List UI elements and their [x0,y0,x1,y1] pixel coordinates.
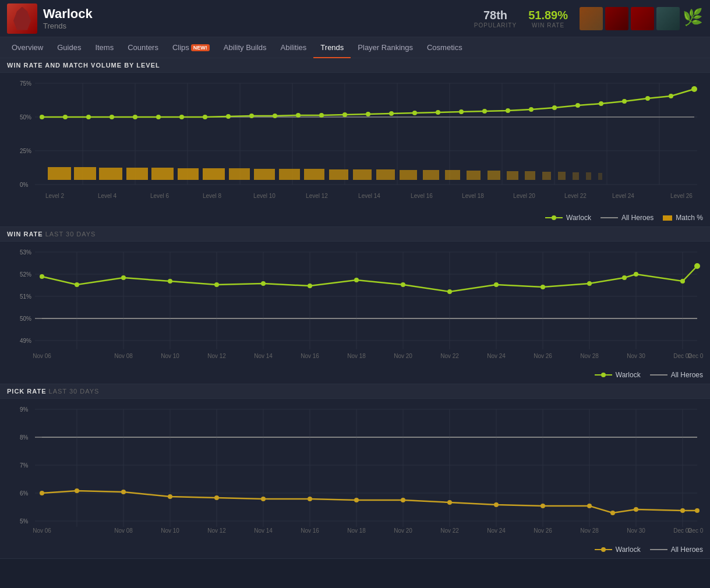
legend3-warlock: Warlock [595,546,641,554]
chart2-header: WIN RATE LAST 30 DAYS [0,227,710,242]
nav-abilities[interactable]: Abilities [274,37,314,58]
nav-ability-builds[interactable]: Ability Builds [217,37,274,58]
nav-items[interactable]: Items [88,37,121,58]
svg-rect-26 [203,168,225,180]
chart1-legend: Warlock All Heroes Match % [0,211,710,226]
svg-text:50%: 50% [20,114,31,121]
svg-rect-23 [126,168,148,180]
hero-icon-1[interactable] [580,7,603,30]
svg-point-124 [308,284,312,288]
chart3-container: 9% 8% 7% 6% 5% [0,399,710,543]
chart3-legend: Warlock All Heroes [0,543,710,558]
svg-text:Nov 28: Nov 28 [580,527,599,534]
svg-point-53 [179,115,184,119]
nav-overview[interactable]: Overview [5,37,50,58]
legend-warlock: Warlock [545,214,591,222]
svg-text:Nov 08: Nov 08 [114,353,133,359]
nav-clips[interactable]: ClipsNEW! [165,37,217,58]
chart1-container: 75% 50% 25% 0% [0,73,710,211]
svg-point-56 [249,114,254,118]
svg-text:Level 4: Level 4 [98,193,117,199]
svg-text:75%: 75% [20,80,31,87]
svg-text:Nov 12: Nov 12 [207,527,226,534]
svg-text:Nov 20: Nov 20 [394,527,412,534]
svg-point-127 [447,289,452,294]
chart3-title: PICK RATE [7,388,46,395]
svg-point-128 [494,282,499,287]
svg-point-126 [401,282,405,287]
chart2-title: WIN RATE [7,231,43,238]
chart2-subtitle: LAST 30 DAYS [45,231,96,238]
nav-cosmetics[interactable]: Cosmetics [420,37,469,58]
svg-point-67 [506,108,510,113]
rank-value: 78th [474,9,517,22]
svg-rect-22 [99,168,122,180]
hero-icon-3[interactable] [631,7,654,30]
svg-rect-27 [229,168,250,180]
svg-point-189 [541,504,545,508]
svg-point-90 [552,215,556,220]
svg-point-129 [541,285,545,289]
svg-point-133 [680,279,685,284]
svg-text:Level 8: Level 8 [203,193,222,199]
navigation: Overview Guides Items Counters ClipsNEW!… [0,37,710,58]
svg-text:Nov 12: Nov 12 [207,353,226,359]
svg-rect-32 [353,169,372,180]
svg-text:Level 10: Level 10 [253,193,275,199]
nav-trends[interactable]: Trends [313,37,351,58]
svg-point-122 [214,282,219,287]
svg-rect-31 [329,169,348,180]
svg-point-186 [401,498,405,502]
svg-point-63 [412,111,417,115]
svg-point-48 [63,115,68,119]
svg-text:52%: 52% [20,271,31,278]
svg-text:Nov 22: Nov 22 [440,527,459,534]
svg-text:Level 6: Level 6 [150,193,169,199]
avatar [7,3,37,34]
hero-icon-2[interactable] [605,7,628,30]
svg-point-68 [529,107,534,112]
svg-text:Level 12: Level 12 [306,193,328,199]
svg-point-183 [261,497,266,501]
chart2-legend: Warlock All Heroes [0,369,710,384]
winrate-value: 51.89% [528,9,568,22]
svg-text:Level 16: Level 16 [411,193,433,199]
svg-text:Nov 14: Nov 14 [254,353,273,359]
legend2-all-heroes-label: All Heroes [671,371,703,379]
svg-text:Nov 06: Nov 06 [33,527,51,534]
svg-rect-43 [573,172,579,180]
nav-counters[interactable]: Counters [121,37,165,58]
svg-point-119 [75,282,79,287]
svg-text:Level 20: Level 20 [513,193,535,199]
svg-text:Nov 06: Nov 06 [33,353,51,359]
win-rate-level-section: WIN RATE AND MATCH VOLUME BY LEVEL 75% 5… [0,58,710,227]
svg-point-57 [273,114,277,118]
legend-match-label: Match % [676,214,703,222]
nav-guides[interactable]: Guides [50,37,88,58]
chart3-svg: 9% 8% 7% 6% 5% [7,399,703,539]
hero-icon-4[interactable] [656,7,680,30]
svg-point-192 [634,507,638,512]
header-stats: 78th POPULARITY 51.89% WIN RATE 🌿 [474,7,703,30]
svg-rect-40 [525,171,535,180]
chart3-subtitle: LAST 30 DAYS [49,388,100,395]
legend3-all-heroes-label: All Heroes [671,546,703,554]
winrate-label: WIN RATE [528,22,568,29]
header: Warlock Trends 78th POPULARITY 51.89% WI… [0,0,710,37]
legend3-all-heroes: All Heroes [650,546,703,554]
nav-player-rankings[interactable]: Player Rankings [351,37,420,58]
svg-point-74 [669,94,673,98]
svg-text:Nov 26: Nov 26 [534,527,552,534]
legend3-warlock-label: Warlock [616,546,641,554]
svg-text:Nov 24: Nov 24 [487,353,506,359]
chart3-header: PICK RATE LAST 30 DAYS [0,384,710,399]
svg-point-75 [691,86,697,92]
svg-text:Nov 08: Nov 08 [114,527,133,534]
svg-text:Nov 28: Nov 28 [580,353,599,359]
tree-icon[interactable]: 🌿 [682,7,703,28]
svg-point-188 [494,502,499,507]
svg-text:Nov 22: Nov 22 [440,353,459,359]
legend2-warlock-label: Warlock [616,371,641,379]
svg-rect-29 [279,169,300,180]
svg-text:Nov 10: Nov 10 [161,353,179,359]
